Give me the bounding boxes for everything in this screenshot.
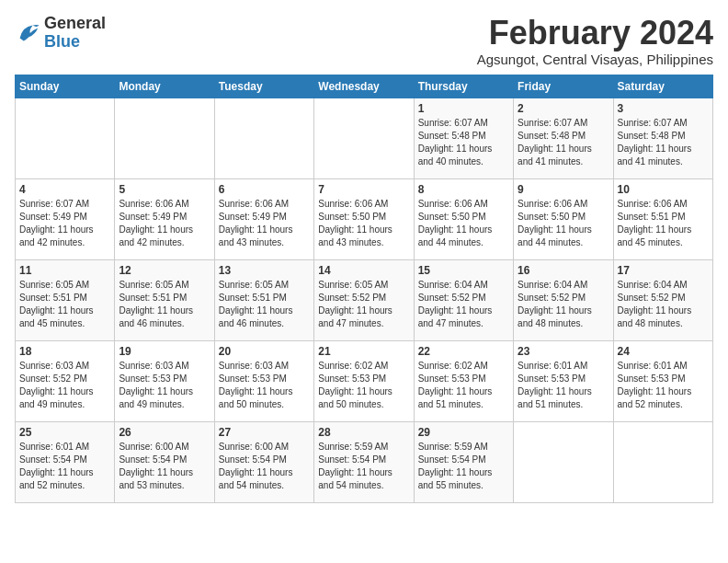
day-number: 12	[119, 264, 210, 277]
day-info: Sunrise: 6:01 AM Sunset: 5:54 PM Dayligh…	[19, 441, 110, 492]
day-number: 11	[19, 264, 110, 277]
day-info: Sunrise: 6:04 AM Sunset: 5:52 PM Dayligh…	[518, 279, 609, 330]
day-number: 10	[618, 183, 709, 196]
day-cell: 16Sunrise: 6:04 AM Sunset: 5:52 PM Dayli…	[514, 259, 613, 340]
day-number: 28	[318, 426, 409, 439]
day-number: 19	[119, 345, 210, 358]
day-number: 5	[119, 183, 210, 196]
header-row: SundayMondayTuesdayWednesdayThursdayFrid…	[16, 75, 713, 98]
day-cell	[115, 98, 214, 178]
day-cell: 3Sunrise: 6:07 AM Sunset: 5:48 PM Daylig…	[613, 98, 712, 178]
header-cell-tuesday: Tuesday	[214, 75, 313, 98]
day-number: 24	[618, 345, 709, 358]
day-number: 3	[618, 102, 709, 115]
header-cell-saturday: Saturday	[613, 75, 712, 98]
day-info: Sunrise: 6:07 AM Sunset: 5:49 PM Dayligh…	[19, 198, 110, 249]
logo-bird-icon	[15, 20, 40, 46]
day-number: 7	[318, 183, 409, 196]
day-info: Sunrise: 6:04 AM Sunset: 5:52 PM Dayligh…	[418, 279, 509, 330]
day-cell: 19Sunrise: 6:03 AM Sunset: 5:53 PM Dayli…	[115, 340, 214, 421]
day-cell: 5Sunrise: 6:06 AM Sunset: 5:49 PM Daylig…	[115, 178, 214, 259]
day-info: Sunrise: 6:06 AM Sunset: 5:49 PM Dayligh…	[219, 198, 310, 249]
day-number: 25	[19, 426, 110, 439]
day-cell: 7Sunrise: 6:06 AM Sunset: 5:50 PM Daylig…	[314, 178, 414, 259]
day-info: Sunrise: 6:05 AM Sunset: 5:51 PM Dayligh…	[19, 279, 110, 330]
day-info: Sunrise: 6:00 AM Sunset: 5:54 PM Dayligh…	[119, 441, 210, 492]
location-subtitle: Agsungot, Central Visayas, Philippines	[477, 52, 713, 67]
day-info: Sunrise: 6:05 AM Sunset: 5:51 PM Dayligh…	[119, 279, 210, 330]
day-cell	[514, 421, 613, 502]
day-cell	[16, 98, 115, 178]
day-cell: 23Sunrise: 6:01 AM Sunset: 5:53 PM Dayli…	[514, 340, 613, 421]
day-number: 26	[119, 426, 210, 439]
day-info: Sunrise: 6:07 AM Sunset: 5:48 PM Dayligh…	[418, 117, 509, 168]
day-cell: 29Sunrise: 5:59 AM Sunset: 5:54 PM Dayli…	[414, 421, 513, 502]
day-cell: 9Sunrise: 6:06 AM Sunset: 5:50 PM Daylig…	[514, 178, 613, 259]
day-cell: 11Sunrise: 6:05 AM Sunset: 5:51 PM Dayli…	[16, 259, 115, 340]
day-cell: 4Sunrise: 6:07 AM Sunset: 5:49 PM Daylig…	[16, 178, 115, 259]
day-cell: 27Sunrise: 6:00 AM Sunset: 5:54 PM Dayli…	[214, 421, 313, 502]
day-cell: 28Sunrise: 5:59 AM Sunset: 5:54 PM Dayli…	[314, 421, 414, 502]
calendar-table: SundayMondayTuesdayWednesdayThursdayFrid…	[15, 75, 713, 503]
day-info: Sunrise: 6:05 AM Sunset: 5:51 PM Dayligh…	[219, 279, 310, 330]
day-cell: 1Sunrise: 6:07 AM Sunset: 5:48 PM Daylig…	[414, 98, 513, 178]
day-number: 13	[219, 264, 310, 277]
day-number: 9	[518, 183, 609, 196]
day-info: Sunrise: 6:06 AM Sunset: 5:50 PM Dayligh…	[318, 198, 409, 249]
day-cell: 20Sunrise: 6:03 AM Sunset: 5:53 PM Dayli…	[214, 340, 313, 421]
day-number: 4	[19, 183, 110, 196]
day-info: Sunrise: 6:03 AM Sunset: 5:53 PM Dayligh…	[119, 360, 210, 411]
day-number: 8	[418, 183, 509, 196]
day-info: Sunrise: 6:02 AM Sunset: 5:53 PM Dayligh…	[318, 360, 409, 411]
header-cell-sunday: Sunday	[16, 75, 115, 98]
day-cell: 24Sunrise: 6:01 AM Sunset: 5:53 PM Dayli…	[613, 340, 712, 421]
day-number: 1	[418, 102, 509, 115]
day-cell: 25Sunrise: 6:01 AM Sunset: 5:54 PM Dayli…	[16, 421, 115, 502]
day-info: Sunrise: 5:59 AM Sunset: 5:54 PM Dayligh…	[418, 441, 509, 492]
day-number: 14	[318, 264, 409, 277]
logo-text: General Blue	[44, 15, 106, 52]
day-info: Sunrise: 6:05 AM Sunset: 5:52 PM Dayligh…	[318, 279, 409, 330]
day-cell	[214, 98, 313, 178]
page-header: General Blue February 2024 Agsungot, Cen…	[15, 15, 713, 67]
day-number: 16	[518, 264, 609, 277]
day-cell: 10Sunrise: 6:06 AM Sunset: 5:51 PM Dayli…	[613, 178, 712, 259]
day-cell	[613, 421, 712, 502]
day-cell: 15Sunrise: 6:04 AM Sunset: 5:52 PM Dayli…	[414, 259, 513, 340]
day-cell: 6Sunrise: 6:06 AM Sunset: 5:49 PM Daylig…	[214, 178, 313, 259]
day-number: 20	[219, 345, 310, 358]
day-info: Sunrise: 6:01 AM Sunset: 5:53 PM Dayligh…	[618, 360, 709, 411]
header-cell-friday: Friday	[514, 75, 613, 98]
logo: General Blue	[15, 15, 106, 52]
day-info: Sunrise: 6:07 AM Sunset: 5:48 PM Dayligh…	[618, 117, 709, 168]
day-info: Sunrise: 6:03 AM Sunset: 5:53 PM Dayligh…	[219, 360, 310, 411]
day-info: Sunrise: 6:06 AM Sunset: 5:50 PM Dayligh…	[518, 198, 609, 249]
day-info: Sunrise: 6:00 AM Sunset: 5:54 PM Dayligh…	[219, 441, 310, 492]
week-row-3: 11Sunrise: 6:05 AM Sunset: 5:51 PM Dayli…	[16, 259, 713, 340]
day-info: Sunrise: 6:06 AM Sunset: 5:50 PM Dayligh…	[418, 198, 509, 249]
day-cell: 18Sunrise: 6:03 AM Sunset: 5:52 PM Dayli…	[16, 340, 115, 421]
day-cell: 17Sunrise: 6:04 AM Sunset: 5:52 PM Dayli…	[613, 259, 712, 340]
header-cell-monday: Monday	[115, 75, 214, 98]
calendar-header: SundayMondayTuesdayWednesdayThursdayFrid…	[16, 75, 713, 98]
day-info: Sunrise: 6:07 AM Sunset: 5:48 PM Dayligh…	[518, 117, 609, 168]
day-cell: 13Sunrise: 6:05 AM Sunset: 5:51 PM Dayli…	[214, 259, 313, 340]
title-block: February 2024 Agsungot, Central Visayas,…	[477, 15, 713, 67]
day-number: 15	[418, 264, 509, 277]
day-cell: 14Sunrise: 6:05 AM Sunset: 5:52 PM Dayli…	[314, 259, 414, 340]
week-row-2: 4Sunrise: 6:07 AM Sunset: 5:49 PM Daylig…	[16, 178, 713, 259]
day-number: 21	[318, 345, 409, 358]
day-info: Sunrise: 5:59 AM Sunset: 5:54 PM Dayligh…	[318, 441, 409, 492]
week-row-4: 18Sunrise: 6:03 AM Sunset: 5:52 PM Dayli…	[16, 340, 713, 421]
day-info: Sunrise: 6:06 AM Sunset: 5:51 PM Dayligh…	[618, 198, 709, 249]
day-cell	[314, 98, 414, 178]
day-info: Sunrise: 6:04 AM Sunset: 5:52 PM Dayligh…	[618, 279, 709, 330]
day-cell: 22Sunrise: 6:02 AM Sunset: 5:53 PM Dayli…	[414, 340, 513, 421]
day-info: Sunrise: 6:03 AM Sunset: 5:52 PM Dayligh…	[19, 360, 110, 411]
month-year-title: February 2024	[477, 15, 713, 52]
day-number: 17	[618, 264, 709, 277]
day-number: 22	[418, 345, 509, 358]
day-info: Sunrise: 6:06 AM Sunset: 5:49 PM Dayligh…	[119, 198, 210, 249]
week-row-1: 1Sunrise: 6:07 AM Sunset: 5:48 PM Daylig…	[16, 98, 713, 178]
day-number: 29	[418, 426, 509, 439]
